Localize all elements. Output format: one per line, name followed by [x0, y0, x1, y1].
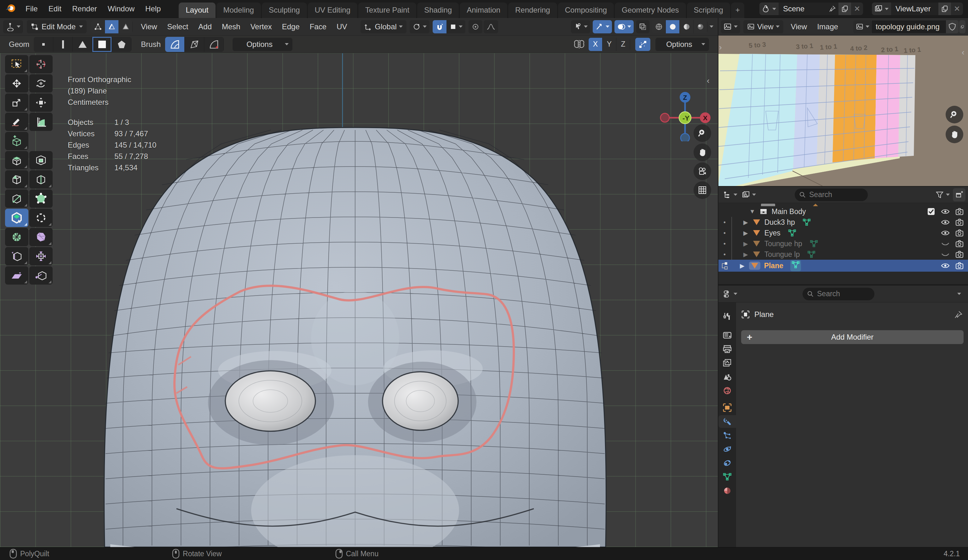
blender-logo-icon[interactable]: [4, 2, 17, 16]
tab-world[interactable]: [718, 384, 736, 397]
tab-modeling[interactable]: Modeling: [217, 3, 261, 18]
image-pan-button[interactable]: [946, 126, 963, 143]
image-sidebar-chevron[interactable]: ‹: [962, 48, 965, 57]
geom-polygon-icon[interactable]: [112, 37, 131, 52]
camera-visibility-icon[interactable]: [955, 218, 964, 226]
outliner-row-eyes[interactable]: • ▶ Eyes: [718, 228, 968, 238]
tool-smooth[interactable]: [5, 228, 28, 246]
object-label[interactable]: Toungue hp: [764, 240, 802, 248]
image-new-icon[interactable]: [959, 20, 965, 33]
scene-pin-icon[interactable]: [826, 3, 839, 15]
eye-open-icon[interactable]: [941, 229, 950, 237]
object-label[interactable]: Duck3 hp: [764, 218, 795, 226]
camera-visibility-icon[interactable]: [955, 229, 964, 237]
tab-data[interactable]: [718, 471, 736, 483]
viewlayer-remove-icon[interactable]: ✕: [951, 3, 963, 15]
image-editor-canvas[interactable]: 5 to 3 3 to 1 1 to 1 4 to 2 2 to 1 1 to …: [718, 36, 968, 186]
vp-menu-vertex[interactable]: Vertex: [245, 22, 277, 31]
geom-edge-icon[interactable]: [53, 37, 73, 52]
shading-solid-icon[interactable]: [666, 20, 680, 33]
tool-shrink-fatten[interactable]: [29, 247, 53, 265]
scene-name[interactable]: Scene: [779, 3, 826, 15]
editor-type-3d-icon[interactable]: [3, 20, 23, 33]
tool-loop-cut[interactable]: [29, 170, 53, 188]
tool-spin[interactable]: [29, 209, 53, 227]
eye-open-icon[interactable]: [941, 218, 950, 226]
image-menu-view[interactable]: View: [786, 22, 812, 31]
tool-bevel[interactable]: [5, 170, 28, 188]
proportional-falloff-icon[interactable]: [484, 20, 498, 33]
tab-scripting[interactable]: Scripting: [687, 3, 730, 18]
outliner-display-icon[interactable]: [739, 188, 758, 202]
tab-scene[interactable]: [718, 370, 736, 383]
viewlayer-browse-icon[interactable]: [872, 3, 891, 15]
editor-type-image-icon[interactable]: [721, 20, 740, 33]
pivot-point-dropdown[interactable]: [409, 20, 429, 33]
eye-open-icon[interactable]: [941, 262, 950, 269]
tab-particles[interactable]: [718, 429, 736, 442]
image-toolbar-chevron[interactable]: ›: [719, 43, 722, 52]
tab-layout[interactable]: Layout: [179, 3, 215, 18]
outliner-type-icon[interactable]: [721, 188, 739, 202]
geom-quad-icon[interactable]: [92, 37, 112, 52]
tool-scale[interactable]: [5, 94, 28, 112]
tab-texture-paint[interactable]: Texture Paint: [358, 3, 416, 18]
tab-tool[interactable]: [718, 310, 736, 323]
object-label[interactable]: Plane: [764, 262, 783, 270]
scene-new-icon[interactable]: [839, 3, 851, 15]
object-label[interactable]: Toungue lp: [764, 250, 800, 259]
tool-add-cube[interactable]: [5, 132, 28, 150]
camera-visibility-icon[interactable]: [955, 262, 964, 269]
outliner-row-toungue-hp[interactable]: • ▶ Toungue hp: [718, 238, 968, 249]
add-modifier-button[interactable]: + Add Modifier: [741, 330, 964, 344]
properties-search[interactable]: [802, 288, 874, 300]
scene-unlink-icon[interactable]: ✕: [851, 3, 863, 15]
tool-move[interactable]: [5, 74, 28, 93]
tool-options-right-dropdown[interactable]: Options: [655, 38, 709, 51]
tool-options-dropdown[interactable]: Options: [232, 38, 292, 51]
tab-constraints[interactable]: [718, 457, 736, 469]
vp-menu-view[interactable]: View: [136, 22, 162, 31]
pan-viewport-button[interactable]: [694, 144, 711, 161]
viewlayer-new-icon[interactable]: [938, 3, 951, 15]
menu-render[interactable]: Render: [67, 4, 103, 13]
tool-transform[interactable]: [29, 94, 53, 112]
vp-menu-edge[interactable]: Edge: [277, 22, 305, 31]
tab-compositing[interactable]: Compositing: [558, 3, 614, 18]
overlays-toggle-icon[interactable]: [615, 20, 634, 33]
outliner-search-input[interactable]: [809, 190, 856, 199]
menu-help[interactable]: Help: [140, 4, 166, 13]
scene-browse-icon[interactable]: [759, 3, 779, 15]
expand-chevron-icon[interactable]: ▶: [740, 262, 744, 269]
properties-options-chevron[interactable]: [957, 293, 961, 295]
gizmos-toggle-icon[interactable]: [593, 20, 612, 33]
tab-rendering[interactable]: Rendering: [508, 3, 557, 18]
proportional-edit-icon[interactable]: [469, 20, 482, 33]
camera-visibility-icon[interactable]: [955, 251, 964, 258]
expand-chevron-icon[interactable]: ▶: [743, 251, 748, 258]
expand-chevron-icon[interactable]: ▶: [743, 219, 748, 226]
geom-triangle-icon[interactable]: [73, 37, 92, 52]
camera-view-button[interactable]: [694, 162, 711, 180]
tab-physics[interactable]: [718, 443, 736, 456]
eye-closed-icon[interactable]: [941, 251, 950, 258]
vp-menu-select[interactable]: Select: [162, 22, 194, 31]
pin-icon[interactable]: [954, 311, 962, 319]
edge-select-mode-icon[interactable]: [105, 20, 119, 33]
breadcrumb-object-name[interactable]: Plane: [754, 310, 774, 319]
new-collection-icon[interactable]: [953, 188, 965, 202]
tab-sculpting[interactable]: Sculpting: [262, 3, 307, 18]
image-zoom-button[interactable]: [946, 106, 963, 123]
expand-chevron-icon[interactable]: ▶: [743, 230, 748, 237]
tab-uv-editing[interactable]: UV Editing: [308, 3, 357, 18]
mode-dropdown[interactable]: Edit Mode: [27, 20, 87, 33]
add-workspace-button[interactable]: +: [731, 3, 744, 18]
tab-output[interactable]: [718, 343, 736, 355]
gizmo-z-neg-axis[interactable]: [681, 134, 690, 141]
vp-menu-mesh[interactable]: Mesh: [217, 22, 245, 31]
expand-chevron-icon[interactable]: ▶: [743, 240, 748, 248]
menu-window[interactable]: Window: [103, 4, 140, 13]
mirror-z-toggle[interactable]: Z: [617, 38, 630, 51]
tab-modifiers[interactable]: [718, 415, 736, 428]
camera-visibility-icon[interactable]: [955, 240, 964, 248]
